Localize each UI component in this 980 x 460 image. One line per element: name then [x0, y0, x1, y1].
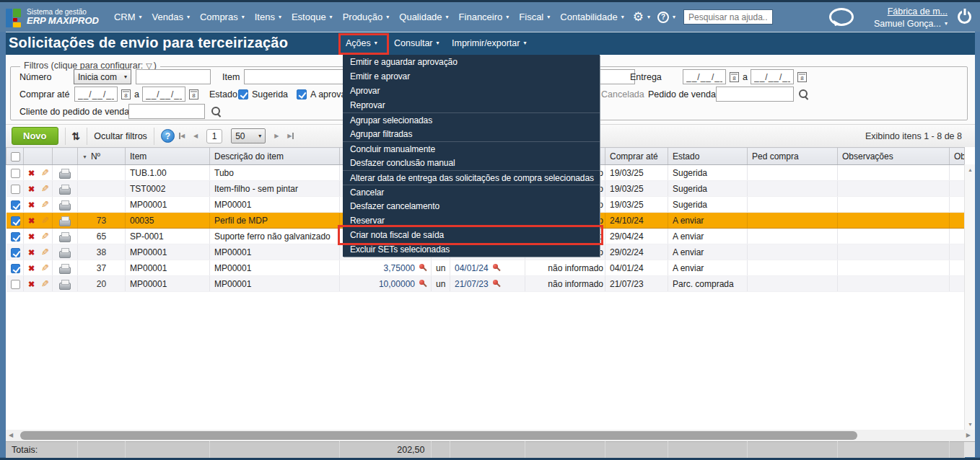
vertical-scrollbar[interactable]: ▲ ▼ — [964, 164, 975, 430]
menu-qualidade[interactable]: Qualidade▾ — [399, 12, 448, 22]
menu-vendas[interactable]: Vendas▾ — [152, 12, 190, 22]
edit-pencil-icon[interactable]: ✎ — [41, 183, 49, 194]
pin-icon[interactable] — [492, 280, 500, 288]
column-header-ped[interactable]: Ped compra — [748, 148, 838, 165]
menu-itens[interactable]: Itens▾ — [255, 12, 281, 22]
actions-menu-item[interactable]: Desfazer cancelamento — [343, 199, 600, 213]
actions-menu-item[interactable]: Concluir manualmente — [343, 141, 600, 156]
settings-menu[interactable]: ⚙ ▾ — [633, 11, 650, 23]
column-header-obs2[interactable]: Obs — [950, 148, 965, 165]
novo-button[interactable]: Novo — [12, 127, 58, 145]
calendar-icon[interactable] — [797, 72, 807, 82]
first-page-button[interactable]: ◀ — [179, 133, 185, 139]
pedido-venda-input[interactable] — [716, 87, 794, 102]
column-header-obs[interactable]: Observações — [838, 148, 950, 165]
column-header-item[interactable]: Item — [126, 148, 210, 165]
logout-power-icon[interactable] — [958, 10, 971, 24]
menu-crm[interactable]: CRM▾ — [114, 12, 142, 22]
row-checkbox[interactable] — [11, 216, 20, 226]
column-header-desc[interactable]: Descrição do item — [210, 148, 340, 165]
calendar-icon[interactable] — [730, 72, 739, 82]
calendar-icon[interactable] — [121, 89, 131, 99]
actions-menu-item[interactable]: Aprovar — [343, 84, 600, 98]
refresh-button[interactable]: ⇅ — [72, 131, 81, 142]
edit-pencil-icon[interactable]: ✎ — [41, 262, 49, 273]
entrega-to-input[interactable] — [751, 69, 794, 84]
printer-icon[interactable] — [59, 264, 71, 273]
delete-icon[interactable]: ✖ — [28, 185, 35, 193]
search-icon[interactable] — [798, 89, 809, 99]
actions-menu-item[interactable]: Agrupar selecionadas — [343, 112, 600, 127]
actions-menu-item[interactable]: Agrupar filtradas — [343, 127, 600, 141]
horizontal-scrollbar[interactable]: ◀ ▶ — [6, 430, 975, 441]
printer-icon[interactable] — [59, 200, 71, 210]
scroll-left-icon[interactable]: ◀ — [9, 432, 13, 438]
print-export-menu-button[interactable]: Imprimir/exportar ▾ — [452, 38, 526, 48]
edit-pencil-icon[interactable]: ✎ — [41, 167, 49, 178]
calendar-icon[interactable] — [189, 89, 198, 99]
row-checkbox[interactable] — [11, 232, 20, 242]
printer-icon[interactable] — [59, 169, 71, 178]
delete-icon[interactable]: ✖ — [28, 280, 35, 288]
delete-icon[interactable]: ✖ — [28, 216, 35, 225]
cliente-input[interactable] — [128, 104, 205, 119]
select-all-checkbox[interactable] — [11, 152, 20, 162]
chat-bubble-icon[interactable] — [829, 8, 854, 26]
printer-icon[interactable] — [59, 216, 71, 226]
comprar-ate-from-input[interactable] — [74, 87, 118, 102]
scroll-down-icon[interactable]: ▼ — [965, 422, 976, 427]
printer-icon[interactable] — [59, 248, 71, 257]
delete-icon[interactable]: ✖ — [28, 200, 35, 209]
row-checkbox[interactable] — [11, 280, 20, 289]
next-page-button[interactable]: ▶ — [274, 133, 279, 139]
actions-menu-item[interactable]: Reprovar — [343, 98, 600, 112]
last-page-button[interactable]: ▶ — [287, 133, 293, 139]
menu-contabilidade[interactable]: Contabilidade▾ — [560, 12, 624, 22]
column-header-estado[interactable]: Estado — [668, 148, 748, 165]
row-checkbox[interactable] — [11, 169, 20, 178]
edit-pencil-icon[interactable]: ✎ — [41, 231, 49, 242]
row-checkbox[interactable] — [11, 200, 20, 210]
delete-icon[interactable]: ✖ — [28, 232, 35, 241]
printer-icon[interactable] — [59, 185, 71, 194]
edit-pencil-icon[interactable]: ✎ — [41, 199, 49, 210]
scroll-up-icon[interactable]: ▲ — [965, 167, 976, 172]
column-header-num[interactable]: ▼Nº — [78, 148, 126, 165]
table-row[interactable]: ✖✎37MP00001MP000013,75000un04/01/24não i… — [6, 260, 965, 276]
help-search-input[interactable] — [683, 9, 773, 25]
ocultar-filtros-button[interactable]: Ocultar filtros — [94, 131, 147, 141]
printer-icon[interactable] — [59, 280, 71, 289]
prev-page-button[interactable]: ◀ — [193, 133, 198, 139]
page-size-select[interactable]: 50▾ — [231, 128, 266, 143]
edit-pencil-icon[interactable]: ✎ — [41, 278, 49, 289]
menu-compras[interactable]: Compras▾ — [200, 12, 245, 22]
page-number-box[interactable]: 1 — [206, 129, 222, 143]
column-header-comprar[interactable]: Comprar até — [605, 148, 668, 165]
user-menu[interactable]: Samuel Gonça...▾ — [874, 19, 948, 30]
company-link[interactable]: Fábrica de m... — [888, 6, 948, 17]
comprar-ate-to-input[interactable] — [142, 87, 185, 102]
pin-icon[interactable] — [419, 280, 426, 288]
printer-icon[interactable] — [59, 232, 71, 242]
delete-icon[interactable]: ✖ — [28, 264, 35, 273]
row-checkbox[interactable] — [11, 248, 20, 257]
actions-menu-item[interactable]: Desfazer conclusão manual — [343, 156, 600, 170]
help-menu[interactable]: ? ▾ — [657, 12, 675, 23]
edit-pencil-icon[interactable]: ✎ — [41, 247, 49, 257]
pin-icon[interactable] — [492, 264, 500, 273]
help-circle-icon[interactable]: ? — [161, 129, 175, 143]
row-checkbox[interactable] — [11, 185, 20, 194]
estado-checkbox[interactable] — [238, 89, 248, 99]
consultar-menu-button[interactable]: Consultar ▾ — [394, 38, 439, 48]
scrollbar-thumb[interactable] — [20, 431, 857, 440]
actions-menu-item[interactable]: Emitir e aprovar — [343, 69, 600, 84]
entrega-from-input[interactable] — [683, 69, 726, 84]
delete-icon[interactable]: ✖ — [28, 169, 35, 177]
menu-estoque[interactable]: Estoque▾ — [292, 12, 333, 22]
menu-produo[interactable]: Produção▾ — [343, 12, 390, 22]
row-checkbox[interactable] — [11, 264, 20, 273]
menu-financeiro[interactable]: Financeiro▾ — [459, 12, 509, 22]
delete-icon[interactable]: ✖ — [28, 248, 35, 257]
edit-pencil-icon[interactable]: ✎ — [41, 215, 49, 226]
table-row[interactable]: ✖✎20MP00001MP0000110,00000un21/07/23não … — [6, 276, 965, 292]
